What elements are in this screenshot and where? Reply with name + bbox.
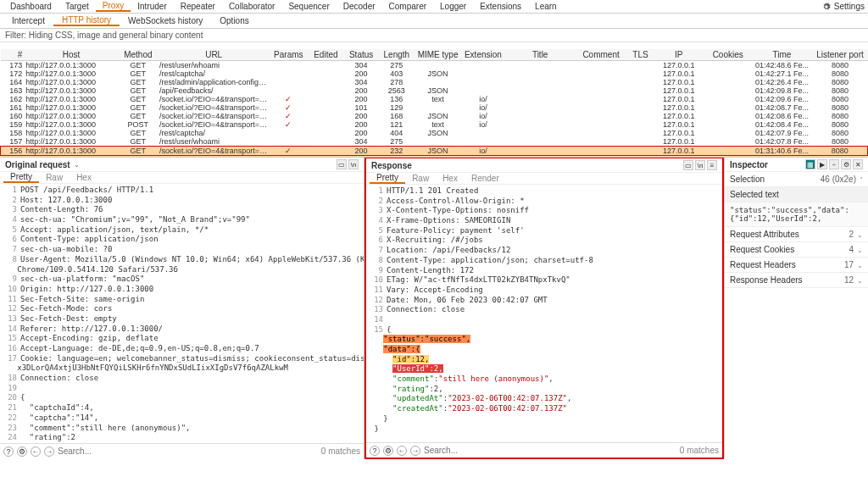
request-search-input[interactable] (58, 446, 318, 456)
settings-search-icon[interactable]: ⚙ (17, 446, 27, 457)
inspector-request-attributes[interactable]: Request Attributes2⌄ (725, 227, 868, 242)
col-tls[interactable]: TLS (627, 49, 653, 61)
menu-decoder[interactable]: Decoder (337, 2, 382, 11)
layout-icon[interactable]: ▭ (683, 160, 693, 170)
menu-logger[interactable]: Logger (433, 2, 473, 11)
col-[interactable]: # (1, 49, 25, 61)
request-pane: Original request ⌄ ▭ \n PrettyRawHex 1PO… (0, 158, 364, 458)
gear-icon (822, 3, 831, 11)
menu-collaborator[interactable]: Collaborator (222, 2, 281, 11)
table-row[interactable]: 164http://127.0.0.1:3000GET/rest/admin/a… (1, 78, 868, 86)
col-edited[interactable]: Edited (307, 49, 344, 61)
next-match-icon[interactable]: → (44, 446, 54, 457)
col-params[interactable]: Params (270, 49, 307, 61)
columns-icon[interactable]: ▦ (805, 159, 815, 169)
tab-hex[interactable]: Hex (436, 174, 465, 183)
chevron-up-icon: ˄ (860, 176, 863, 184)
menu-dashboard[interactable]: Dashboard (3, 2, 58, 11)
response-pane: Response ▭ \n ≡ PrettyRawHexRender 1HTTP… (364, 157, 724, 459)
filter-row[interactable]: Filter: Hiding CSS, image and general bi… (0, 29, 868, 42)
table-row[interactable]: 156http://127.0.0.1:3000GET/socket.io/?E… (1, 147, 868, 156)
col-method[interactable]: Method (119, 49, 158, 61)
col-ip[interactable]: IP (654, 49, 704, 61)
menu-sequencer[interactable]: Sequencer (281, 2, 336, 11)
table-row[interactable]: 158http://127.0.0.1:3000GET/rest/captcha… (1, 129, 868, 137)
tab-pretty[interactable]: Pretty (3, 172, 39, 183)
col-length[interactable]: Length (378, 49, 415, 61)
selected-text-value: "status":"success","data":{"id":12,"User… (725, 202, 868, 227)
response-tabs: PrettyRawHexRender (366, 173, 722, 185)
newline-icon[interactable]: \n (348, 159, 359, 169)
inspector-title: Inspector (730, 160, 768, 169)
menu-comparer[interactable]: Comparer (382, 2, 433, 11)
play-icon[interactable]: ▶ (817, 159, 827, 169)
table-row[interactable]: 162http://127.0.0.1:3000GET/socket.io/?E… (1, 95, 868, 103)
tab-raw[interactable]: Raw (39, 173, 70, 182)
col-time[interactable]: Time (752, 49, 813, 61)
menu-target[interactable]: Target (58, 2, 96, 11)
table-row[interactable]: 163http://127.0.0.1:3000GET/api/Feedback… (1, 86, 868, 95)
selected-text-header: Selected text (725, 187, 868, 202)
table-row[interactable]: 157http://127.0.0.1:3000GET/rest/user/wh… (1, 137, 868, 147)
menu-learn[interactable]: Learn (528, 2, 564, 11)
col-extension[interactable]: Extension (460, 49, 505, 61)
search-icon[interactable]: ? (370, 446, 380, 456)
col-host[interactable]: Host (24, 49, 118, 61)
selection-row[interactable]: Selection 46 (0x2e)˄ (725, 172, 868, 187)
request-match-count: 0 matches (321, 446, 360, 456)
inspector-pane: Inspector ▦ ▶ ÷ ⚙ ✕ Selection 46 (0x2e)˄… (724, 158, 868, 458)
request-body[interactable]: 1POST /api/Feedbacks/ HTTP/1.12Host: 127… (0, 184, 364, 443)
layout-icon[interactable]: ▭ (337, 159, 347, 169)
col-status[interactable]: Status (344, 49, 377, 61)
submenu-intercept[interactable]: Intercept (3, 16, 53, 25)
table-row[interactable]: 159http://127.0.0.1:3000POST/socket.io/?… (1, 120, 868, 129)
close-icon[interactable]: ✕ (853, 159, 863, 169)
settings-search-icon[interactable]: ⚙ (383, 446, 393, 456)
tab-render[interactable]: Render (465, 174, 506, 183)
proxy-submenu: InterceptHTTP historyWebSockets historyO… (0, 14, 868, 29)
inspector-request-cookies[interactable]: Request Cookies4⌄ (725, 242, 868, 258)
menu-extensions[interactable]: Extensions (473, 2, 528, 11)
next-match-icon[interactable]: → (410, 446, 420, 456)
response-match-count: 0 matches (680, 446, 719, 455)
newline-icon[interactable]: \n (695, 160, 705, 170)
menu-repeater[interactable]: Repeater (174, 2, 222, 11)
menu-proxy[interactable]: Proxy (96, 1, 131, 12)
submenu-options[interactable]: Options (211, 16, 257, 25)
request-title: Original request (5, 160, 70, 169)
request-tabs: PrettyRawHex (0, 172, 364, 184)
main-menubar: DashboardTargetProxyIntruderRepeaterColl… (0, 0, 868, 14)
response-search-input[interactable] (424, 446, 676, 455)
chevron-down-icon[interactable]: ⌄ (74, 161, 80, 169)
table-row[interactable]: 156http://127.0.0.1:3000POST/api/Feedbac… (1, 156, 868, 158)
table-row[interactable]: 173http://127.0.0.1:3000GET/rest/user/wh… (1, 61, 868, 70)
history-table[interactable]: #HostMethodURLParamsEditedStatusLengthMI… (0, 49, 868, 158)
search-icon[interactable]: ? (3, 446, 14, 457)
inspector-response-headers[interactable]: Response Headers12⌄ (725, 273, 868, 288)
table-row[interactable]: 172http://127.0.0.1:3000GET/rest/captcha… (1, 69, 868, 78)
menu-intruder[interactable]: Intruder (131, 2, 173, 11)
table-row[interactable]: 160http://127.0.0.1:3000GET/socket.io/?E… (1, 112, 868, 120)
col-mimetype[interactable]: MIME type (415, 49, 460, 61)
divide-icon[interactable]: ÷ (829, 159, 839, 169)
gear-icon[interactable]: ⚙ (841, 159, 851, 169)
col-url[interactable]: URL (158, 49, 270, 61)
col-comment[interactable]: Comment (575, 49, 628, 61)
table-row[interactable]: 161http://127.0.0.1:3000GET/socket.io/?E… (1, 103, 868, 112)
response-body[interactable]: 1HTTP/1.1 201 Created2Access-Control-All… (366, 185, 722, 442)
col-title[interactable]: Title (506, 49, 575, 61)
close-icon[interactable]: ≡ (707, 160, 717, 170)
tab-hex[interactable]: Hex (70, 173, 98, 182)
col-cookies[interactable]: Cookies (704, 49, 752, 61)
prev-match-icon[interactable]: ← (31, 446, 41, 457)
settings-link[interactable]: Settings (834, 2, 865, 11)
prev-match-icon[interactable]: ← (397, 446, 407, 456)
response-title: Response (371, 161, 412, 170)
inspector-request-headers[interactable]: Request Headers17⌄ (725, 258, 868, 273)
col-listenerport[interactable]: Listener port (812, 49, 867, 61)
submenu-websockets-history[interactable]: WebSockets history (120, 16, 211, 25)
tab-raw[interactable]: Raw (405, 174, 436, 183)
tab-pretty[interactable]: Pretty (370, 173, 405, 184)
submenu-http-history[interactable]: HTTP history (53, 15, 120, 26)
